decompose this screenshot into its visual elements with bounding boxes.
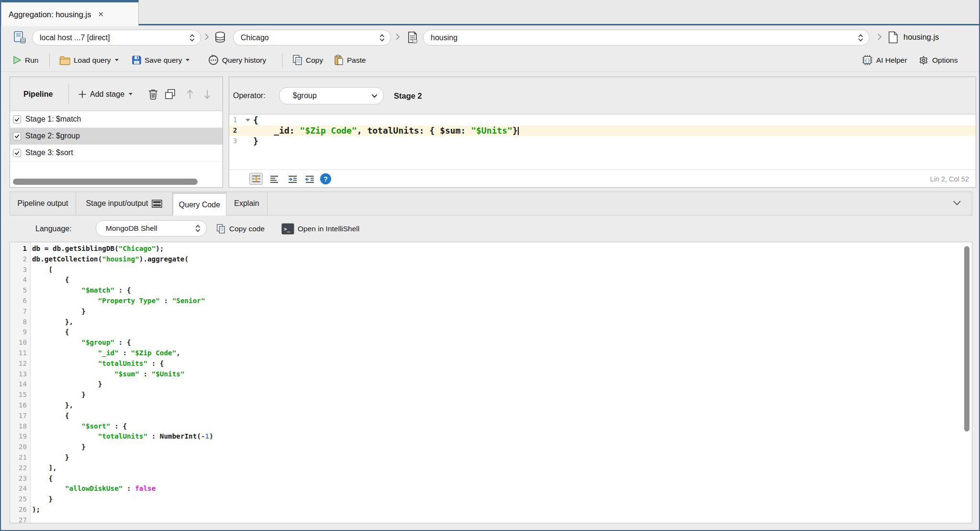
- database-select-value: Chicago: [241, 34, 379, 42]
- plus-icon: [78, 90, 87, 99]
- code-line[interactable]: 10 "$group" : {: [10, 338, 972, 348]
- code-text: "Property Type" : "Senior": [31, 296, 205, 306]
- copy-button[interactable]: Copy: [292, 49, 323, 71]
- language-select[interactable]: MongoDB Shell: [96, 220, 207, 237]
- stage-checkbox[interactable]: [13, 132, 21, 140]
- stage-checkbox[interactable]: [13, 115, 21, 124]
- code-line[interactable]: 23 {: [10, 474, 972, 484]
- code-line[interactable]: 2db.getCollection("housing").aggregate(: [10, 254, 972, 265]
- line-number: 14: [10, 379, 31, 390]
- duplicate-stage-button[interactable]: [164, 77, 177, 111]
- pipeline-stage-row[interactable]: Stage 1: $match: [10, 111, 223, 128]
- code-line[interactable]: 14 }: [10, 379, 972, 390]
- tab-query-code[interactable]: Query Code: [173, 192, 226, 215]
- code-line[interactable]: 22 ],: [10, 463, 972, 474]
- code-line[interactable]: 1{: [229, 115, 976, 125]
- query-code-editor[interactable]: 1db = db.getSiblingDB("Chicago");2db.get…: [10, 242, 972, 523]
- ai-helper-button[interactable]: {} AI Helper: [861, 49, 907, 71]
- stage-code-editor[interactable]: 1{2 _id: "$Zip Code", totalUnits: { $sum…: [229, 115, 976, 170]
- tab-close-icon[interactable]: ✕: [98, 10, 104, 19]
- trash-icon: [148, 89, 158, 100]
- code-line[interactable]: 3}: [229, 136, 976, 147]
- line-number: 11: [10, 348, 31, 359]
- pipeline-panel: Pipeline Add stage Stage 1: $matchStage …: [10, 77, 223, 188]
- move-stage-down-button[interactable]: [203, 77, 211, 111]
- options-button[interactable]: Options: [918, 49, 958, 71]
- code-line[interactable]: 15 }: [10, 390, 972, 400]
- fold-toggle-icon[interactable]: [242, 115, 253, 125]
- code-line[interactable]: 12 "totalUnits" : {: [10, 359, 972, 369]
- collection-select[interactable]: housing: [423, 30, 869, 45]
- code-line[interactable]: 25 }: [10, 494, 972, 505]
- delete-stage-button[interactable]: [148, 77, 158, 111]
- breadcrumb-chevron-icon: [395, 33, 400, 43]
- run-play-icon: [12, 56, 22, 65]
- paste-button[interactable]: Paste: [334, 49, 366, 71]
- code-line[interactable]: 3 [: [10, 265, 972, 275]
- stage-checkbox[interactable]: [13, 149, 21, 157]
- code-line[interactable]: 4 {: [10, 275, 972, 285]
- code-line[interactable]: 5 "$match" : {: [10, 285, 972, 296]
- code-text: "$sum" : "$Units": [31, 369, 185, 380]
- copy-icon: [292, 55, 303, 66]
- outdent-button[interactable]: [303, 173, 316, 185]
- code-text: "totalUnits" : {: [31, 359, 164, 369]
- tab-title: Aggregation: housing.js: [9, 10, 91, 19]
- line-number: 20: [10, 442, 31, 452]
- add-stage-button[interactable]: Add stage: [78, 77, 133, 111]
- server-connection-icon: [12, 30, 27, 46]
- tab-explain[interactable]: Explain: [226, 192, 267, 215]
- save-query-button[interactable]: Save query: [132, 49, 189, 71]
- operator-select[interactable]: $group: [279, 87, 384, 104]
- code-line[interactable]: 19 "totalUnits" : NumberInt(-1): [10, 431, 972, 442]
- code-line[interactable]: 16 },: [10, 400, 972, 411]
- help-button[interactable]: ?: [320, 173, 331, 184]
- query-history-button[interactable]: Query history: [208, 49, 266, 71]
- chevron-down-icon: [371, 94, 378, 98]
- database-select[interactable]: Chicago: [233, 30, 391, 45]
- code-line[interactable]: 7 }: [10, 306, 972, 317]
- code-line[interactable]: 1db = db.getSiblingDB("Chicago");: [10, 244, 972, 254]
- code-line[interactable]: 2 _id: "$Zip Code", totalUnits: { $sum: …: [229, 125, 976, 136]
- code-text: "$match" : {: [31, 285, 131, 296]
- line-number: 15: [10, 390, 31, 400]
- pipeline-stage-row[interactable]: Stage 2: $group: [10, 128, 223, 145]
- auto-format-button[interactable]: [249, 173, 263, 185]
- tab-stage-input-output[interactable]: Stage input/output: [76, 192, 173, 215]
- line-number: 9: [10, 327, 31, 338]
- indent-button[interactable]: [286, 173, 299, 185]
- line-number: 17: [10, 411, 31, 421]
- code-text: {: [31, 474, 53, 484]
- code-line[interactable]: 26);: [10, 505, 972, 515]
- load-query-button[interactable]: Load query: [59, 49, 119, 71]
- tab-aggregation-housing[interactable]: Aggregation: housing.js ✕: [1, 0, 139, 26]
- format-lightning-icon: [252, 175, 261, 183]
- code-line[interactable]: 9 {: [10, 327, 972, 338]
- connection-select[interactable]: local host ...7 [direct]: [32, 30, 201, 45]
- code-line[interactable]: 6 "Property Type" : "Senior": [10, 296, 972, 306]
- pipeline-stage-list: Stage 1: $matchStage 2: $groupStage 3: $…: [10, 111, 223, 161]
- code-line[interactable]: 27: [10, 515, 972, 523]
- move-stage-up-button[interactable]: [186, 77, 194, 111]
- pipeline-horizontal-scrollbar[interactable]: [13, 179, 198, 185]
- collapse-panel-chevron-icon[interactable]: [953, 200, 961, 208]
- code-line[interactable]: 21 }: [10, 452, 972, 463]
- pipeline-stage-row[interactable]: Stage 3: $sort: [10, 145, 223, 161]
- code-line[interactable]: 20 }: [10, 442, 972, 452]
- code-text: "allowDiskUse" : false: [31, 484, 156, 494]
- code-line[interactable]: 17 {: [10, 411, 972, 421]
- code-line[interactable]: 24 "allowDiskUse" : false: [10, 484, 972, 494]
- copy-code-button[interactable]: Copy code: [216, 215, 265, 242]
- code-line[interactable]: 18 "$sort" : {: [10, 421, 972, 432]
- code-vertical-scrollbar[interactable]: [964, 246, 969, 431]
- code-line[interactable]: 13 "$sum" : "$Units": [10, 369, 972, 380]
- code-text: }: [31, 494, 53, 505]
- code-line[interactable]: 11 "_id" : "$Zip Code",: [10, 348, 972, 359]
- open-in-intellishell-button[interactable]: >_ Open in IntelliShell: [281, 215, 359, 242]
- tab-pipeline-output[interactable]: Pipeline output: [10, 192, 76, 215]
- line-number: 3: [229, 136, 242, 147]
- run-button[interactable]: Run: [12, 49, 38, 71]
- line-number: 8: [10, 317, 31, 328]
- format-lines-button[interactable]: [267, 173, 281, 185]
- code-line[interactable]: 8 },: [10, 317, 972, 328]
